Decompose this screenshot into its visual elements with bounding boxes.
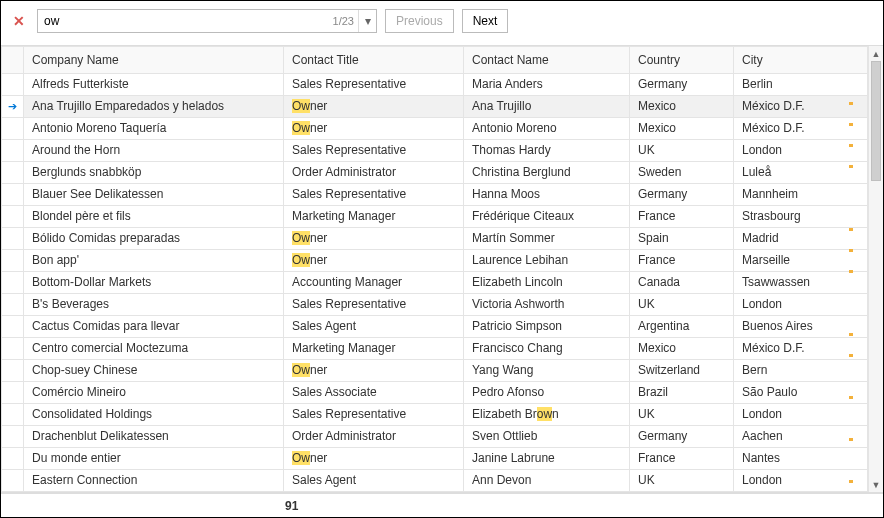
- cell-company[interactable]: Antonio Moreno Taquería: [24, 118, 284, 140]
- cell-title[interactable]: Sales Agent: [284, 316, 464, 338]
- cell-contact[interactable]: Frédérique Citeaux: [464, 206, 630, 228]
- cell-company[interactable]: Drachenblut Delikatessen: [24, 426, 284, 448]
- table-row[interactable]: Bólido Comidas preparadasOwnerMartín Som…: [2, 228, 868, 250]
- cell-title[interactable]: Marketing Manager: [284, 338, 464, 360]
- cell-company[interactable]: Ana Trujillo Emparedados y helados: [24, 96, 284, 118]
- table-row[interactable]: Comércio MineiroSales AssociatePedro Afo…: [2, 382, 868, 404]
- cell-company[interactable]: Ernst Handel: [24, 492, 284, 493]
- table-row[interactable]: Ernst HandelSales ManagerRoland MendelAu…: [2, 492, 868, 493]
- scrollbar-thumb[interactable]: [871, 61, 881, 181]
- cell-city[interactable]: Madrid: [734, 228, 868, 250]
- cell-country[interactable]: Brazil: [630, 382, 734, 404]
- table-row[interactable]: Bottom-Dollar MarketsAccounting ManagerE…: [2, 272, 868, 294]
- cell-country[interactable]: France: [630, 250, 734, 272]
- cell-country[interactable]: France: [630, 206, 734, 228]
- scroll-up-icon[interactable]: ▲: [869, 46, 883, 61]
- table-row[interactable]: Alfreds FutterkisteSales RepresentativeM…: [2, 74, 868, 96]
- cell-city[interactable]: Strasbourg: [734, 206, 868, 228]
- cell-contact[interactable]: Hanna Moos: [464, 184, 630, 206]
- cell-title[interactable]: Sales Manager: [284, 492, 464, 493]
- cell-country[interactable]: Germany: [630, 74, 734, 96]
- close-icon[interactable]: ✕: [9, 13, 29, 29]
- cell-title[interactable]: Sales Representative: [284, 294, 464, 316]
- cell-title[interactable]: Owner: [284, 448, 464, 470]
- cell-contact[interactable]: Victoria Ashworth: [464, 294, 630, 316]
- table-row[interactable]: Drachenblut DelikatessenOrder Administra…: [2, 426, 868, 448]
- cell-contact[interactable]: Laurence Lebihan: [464, 250, 630, 272]
- table-row[interactable]: Around the HornSales RepresentativeThoma…: [2, 140, 868, 162]
- table-row[interactable]: B's BeveragesSales RepresentativeVictori…: [2, 294, 868, 316]
- cell-title[interactable]: Sales Representative: [284, 184, 464, 206]
- cell-city[interactable]: Luleå: [734, 162, 868, 184]
- cell-country[interactable]: Germany: [630, 184, 734, 206]
- cell-country[interactable]: Mexico: [630, 338, 734, 360]
- cell-country[interactable]: Germany: [630, 426, 734, 448]
- cell-contact[interactable]: Christina Berglund: [464, 162, 630, 184]
- cell-country[interactable]: UK: [630, 470, 734, 492]
- cell-country[interactable]: Sweden: [630, 162, 734, 184]
- cell-country[interactable]: UK: [630, 140, 734, 162]
- col-contact[interactable]: Contact Name: [464, 47, 630, 74]
- cell-company[interactable]: Berglunds snabbköp: [24, 162, 284, 184]
- cell-country[interactable]: Austria: [630, 492, 734, 493]
- cell-country[interactable]: Mexico: [630, 118, 734, 140]
- cell-city[interactable]: São Paulo: [734, 382, 868, 404]
- table-row[interactable]: Centro comercial MoctezumaMarketing Mana…: [2, 338, 868, 360]
- cell-contact[interactable]: Sven Ottlieb: [464, 426, 630, 448]
- cell-company[interactable]: Blondel père et fils: [24, 206, 284, 228]
- cell-title[interactable]: Sales Representative: [284, 140, 464, 162]
- cell-title[interactable]: Owner: [284, 96, 464, 118]
- cell-company[interactable]: Consolidated Holdings: [24, 404, 284, 426]
- table-row[interactable]: ➔Ana Trujillo Emparedados y heladosOwner…: [2, 96, 868, 118]
- table-row[interactable]: Blondel père et filsMarketing ManagerFré…: [2, 206, 868, 228]
- cell-city[interactable]: Tsawwassen: [734, 272, 868, 294]
- cell-title[interactable]: Accounting Manager: [284, 272, 464, 294]
- cell-company[interactable]: Du monde entier: [24, 448, 284, 470]
- cell-company[interactable]: Comércio Mineiro: [24, 382, 284, 404]
- cell-contact[interactable]: Yang Wang: [464, 360, 630, 382]
- cell-title[interactable]: Owner: [284, 360, 464, 382]
- cell-city[interactable]: Aachen: [734, 426, 868, 448]
- cell-title[interactable]: Marketing Manager: [284, 206, 464, 228]
- cell-title[interactable]: Sales Representative: [284, 74, 464, 96]
- cell-contact[interactable]: Elizabeth Brown: [464, 404, 630, 426]
- table-row[interactable]: Du monde entierOwnerJanine LabruneFrance…: [2, 448, 868, 470]
- col-country[interactable]: Country: [630, 47, 734, 74]
- search-options-dropdown[interactable]: ▾: [358, 10, 376, 32]
- cell-city[interactable]: México D.F.: [734, 96, 868, 118]
- cell-country[interactable]: Switzerland: [630, 360, 734, 382]
- cell-city[interactable]: Bern: [734, 360, 868, 382]
- cell-contact[interactable]: Thomas Hardy: [464, 140, 630, 162]
- cell-country[interactable]: UK: [630, 294, 734, 316]
- table-row[interactable]: Bon app'OwnerLaurence LebihanFranceMarse…: [2, 250, 868, 272]
- cell-company[interactable]: Around the Horn: [24, 140, 284, 162]
- cell-title[interactable]: Owner: [284, 118, 464, 140]
- cell-contact[interactable]: Pedro Afonso: [464, 382, 630, 404]
- cell-city[interactable]: London: [734, 470, 868, 492]
- search-input[interactable]: [38, 10, 329, 32]
- cell-contact[interactable]: Janine Labrune: [464, 448, 630, 470]
- cell-city[interactable]: London: [734, 140, 868, 162]
- cell-contact[interactable]: Ann Devon: [464, 470, 630, 492]
- cell-city[interactable]: Graz: [734, 492, 868, 493]
- cell-city[interactable]: Berlin: [734, 74, 868, 96]
- cell-company[interactable]: Chop-suey Chinese: [24, 360, 284, 382]
- cell-company[interactable]: Blauer See Delikatessen: [24, 184, 284, 206]
- cell-title[interactable]: Sales Associate: [284, 382, 464, 404]
- cell-title[interactable]: Owner: [284, 228, 464, 250]
- table-row[interactable]: Blauer See DelikatessenSales Representat…: [2, 184, 868, 206]
- scrollbar-track[interactable]: [869, 61, 883, 477]
- cell-title[interactable]: Sales Agent: [284, 470, 464, 492]
- cell-country[interactable]: France: [630, 448, 734, 470]
- table-row[interactable]: Berglunds snabbköpOrder AdministratorChr…: [2, 162, 868, 184]
- cell-city[interactable]: Nantes: [734, 448, 868, 470]
- cell-contact[interactable]: Ana Trujillo: [464, 96, 630, 118]
- cell-country[interactable]: Argentina: [630, 316, 734, 338]
- previous-button[interactable]: Previous: [385, 9, 454, 33]
- next-button[interactable]: Next: [462, 9, 509, 33]
- cell-country[interactable]: Canada: [630, 272, 734, 294]
- cell-contact[interactable]: Maria Anders: [464, 74, 630, 96]
- table-row[interactable]: Eastern ConnectionSales AgentAnn DevonUK…: [2, 470, 868, 492]
- cell-title[interactable]: Sales Representative: [284, 404, 464, 426]
- cell-company[interactable]: Centro comercial Moctezuma: [24, 338, 284, 360]
